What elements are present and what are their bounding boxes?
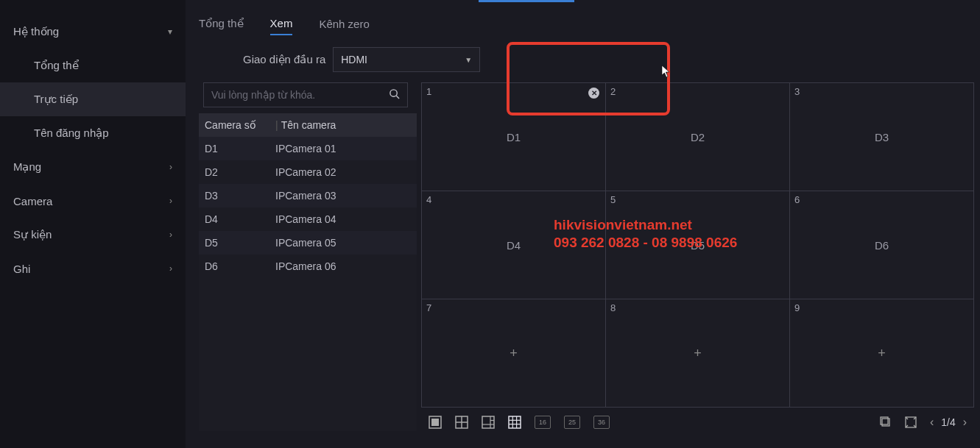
grid-cell[interactable]: 6D6: [790, 191, 973, 299]
sidebar-item-event[interactable]: Sự kiện ›: [0, 218, 186, 252]
search-box[interactable]: [203, 82, 408, 107]
sidebar-item-label: Trực tiếp: [34, 93, 78, 106]
close-icon[interactable]: ✕: [588, 88, 599, 99]
layout-9-icon[interactable]: [508, 416, 521, 429]
sidebar-item-label: Tên đăng nhập: [34, 127, 109, 140]
sidebar-item-system[interactable]: Hệ thống ▾: [0, 15, 186, 49]
sidebar-item-label: Mạng: [13, 160, 41, 174]
camera-name: IPCamera 06: [272, 260, 417, 272]
search-input[interactable]: [211, 89, 389, 101]
layout-4-icon[interactable]: [455, 416, 468, 429]
chevron-down-icon: ▾: [168, 26, 172, 37]
page-nav: ‹ 1/4 ›: [930, 416, 967, 429]
cell-number: 1: [426, 86, 431, 97]
table-row[interactable]: D4IPCamera 04: [199, 207, 417, 231]
chevron-down-icon: ▼: [465, 56, 472, 64]
layout-25-button[interactable]: 25: [564, 416, 580, 429]
next-page-button[interactable]: ›: [963, 416, 967, 429]
table-row[interactable]: D2IPCamera 02: [199, 160, 417, 184]
camera-name: IPCamera 05: [272, 237, 417, 249]
chevron-right-icon: ›: [169, 196, 172, 206]
sidebar-item-label: Ghi: [13, 263, 30, 275]
sidebar-item-live[interactable]: Trực tiếp: [0, 82, 186, 116]
cell-number: 3: [794, 86, 800, 97]
svg-point-0: [390, 90, 397, 96]
cell-label: D1: [507, 131, 521, 143]
camera-name: IPCamera 02: [272, 166, 417, 178]
table-row[interactable]: D6IPCamera 06: [199, 255, 417, 278]
table-row[interactable]: D3IPCamera 03: [199, 184, 417, 207]
grid-cell[interactable]: 4D4: [422, 191, 605, 299]
cell-number: 5: [610, 194, 616, 205]
tab-view[interactable]: Xem: [270, 13, 293, 35]
prev-page-button[interactable]: ‹: [930, 416, 934, 429]
sidebar-item-camera[interactable]: Camera ›: [0, 184, 186, 218]
sidebar-item-login[interactable]: Tên đăng nhập: [0, 116, 186, 150]
grid-cell[interactable]: 9+: [790, 299, 973, 407]
camera-id: D3: [199, 190, 272, 202]
grid-cell[interactable]: 7+: [422, 299, 605, 407]
cell-number: 6: [794, 194, 800, 205]
layout-6-icon[interactable]: [482, 416, 495, 429]
camera-id: D4: [199, 213, 272, 225]
view-grid-panel: 1✕D12D23D34D45D56D67+8+9+: [421, 82, 974, 437]
cell-number: 2: [610, 86, 616, 97]
main-panel: Tổng thể Xem Kênh zero Giao diện đầu ra …: [186, 0, 980, 448]
grid-cell[interactable]: 8+: [606, 299, 789, 407]
cell-label: D3: [875, 131, 889, 143]
grid-cell[interactable]: 1✕D1: [422, 83, 605, 191]
cell-label: D5: [691, 239, 705, 252]
grid-cell[interactable]: 2D2: [606, 83, 789, 191]
grid-toolbar: 16 25 36 ‹ 1/4 ›: [421, 408, 974, 437]
table-row[interactable]: D5IPCamera 05: [199, 231, 417, 255]
chevron-right-icon: ›: [169, 230, 172, 240]
sidebar-item-label: Tổng thể: [34, 59, 79, 72]
chevron-right-icon: ›: [169, 162, 172, 172]
sidebar: Hệ thống ▾ Tổng thể Trực tiếp Tên đăng n…: [0, 0, 186, 448]
camera-name: IPCamera 03: [272, 190, 417, 202]
camera-name: IPCamera 04: [272, 213, 417, 225]
camera-list-panel: Camera số |Tên camera D1IPCamera 01D2IPC…: [199, 82, 420, 437]
cell-label: D6: [875, 239, 889, 252]
copy-icon[interactable]: [880, 416, 892, 428]
sidebar-item-record[interactable]: Ghi ›: [0, 252, 186, 285]
select-value: HDMI: [341, 54, 367, 65]
camera-name: IPCamera 01: [272, 143, 417, 154]
grid-cell[interactable]: 5D5: [606, 191, 789, 299]
col-header-camera-name: |Tên camera: [272, 119, 417, 131]
svg-line-1: [396, 96, 399, 99]
sidebar-item-general[interactable]: Tổng thể: [0, 49, 186, 82]
cell-label: D4: [507, 239, 521, 252]
camera-table-header: Camera số |Tên camera: [199, 113, 417, 137]
cell-label: D2: [691, 131, 705, 143]
svg-rect-7: [482, 416, 494, 428]
tab-general[interactable]: Tổng thể: [199, 13, 244, 35]
sidebar-item-label: Hệ thống: [13, 25, 59, 38]
cell-number: 4: [426, 194, 431, 205]
camera-table: Camera số |Tên camera D1IPCamera 01D2IPC…: [199, 113, 417, 431]
output-interface-label: Giao diện đầu ra: [243, 53, 325, 66]
output-interface-select[interactable]: HDMI ▼: [333, 47, 480, 72]
add-icon[interactable]: +: [694, 346, 702, 361]
tab-zero-channel[interactable]: Kênh zero: [319, 13, 369, 35]
layout-1-icon[interactable]: [429, 416, 442, 429]
sidebar-item-label: Sự kiện: [13, 228, 52, 241]
camera-id: D1: [199, 143, 272, 154]
search-icon[interactable]: [389, 88, 400, 102]
cell-number: 8: [610, 302, 616, 313]
chevron-right-icon: ›: [169, 263, 172, 274]
col-header-camera-no: Camera số: [199, 119, 272, 131]
camera-id: D2: [199, 166, 272, 178]
layout-36-button[interactable]: 36: [593, 416, 610, 429]
add-icon[interactable]: +: [510, 346, 518, 361]
layout-16-button[interactable]: 16: [535, 416, 551, 429]
add-icon[interactable]: +: [878, 346, 886, 361]
expand-icon[interactable]: [905, 416, 917, 428]
table-row[interactable]: D1IPCamera 01: [199, 137, 417, 160]
cell-number: 9: [794, 302, 800, 313]
sidebar-item-label: Camera: [13, 195, 52, 207]
view-grid: 1✕D12D23D34D45D56D67+8+9+: [421, 82, 974, 408]
camera-id: D5: [199, 237, 272, 249]
sidebar-item-network[interactable]: Mạng ›: [0, 150, 186, 184]
grid-cell[interactable]: 3D3: [790, 83, 973, 191]
